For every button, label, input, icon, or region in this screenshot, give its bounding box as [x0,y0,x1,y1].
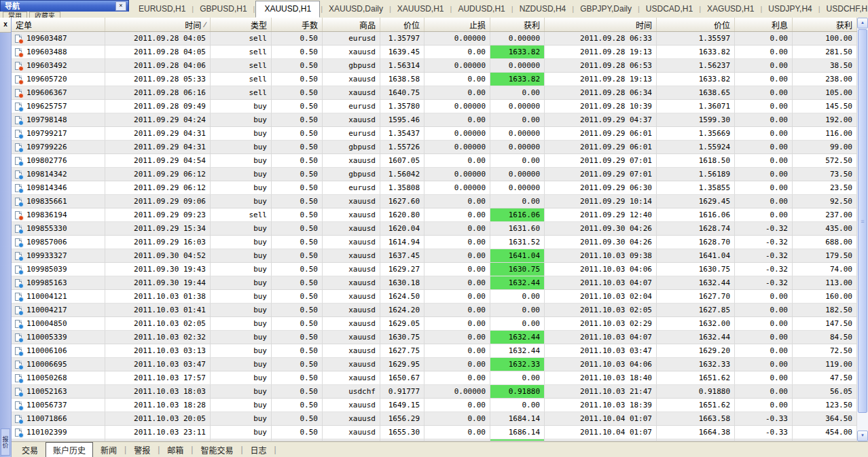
table-row[interactable]: 1096034922011.09.28 04:06sell0.50gbpusd1… [12,59,857,73]
table-row[interactable]: 1098027762011.09.29 04:54buy0.50xauusd16… [12,154,857,168]
column-header-take-profit[interactable]: 获利 [490,18,545,31]
table-row[interactable]: 1100042172011.10.03 01:41buy0.50xauusd16… [12,304,857,317]
column-header-type[interactable]: 类型 [211,18,272,31]
lots-cell: 0.50 [272,371,323,385]
table-row[interactable]: 1100066952011.10.03 03:47buy0.50xauusd16… [12,358,857,371]
chart-tab-xauusd-h1[interactable]: XAUUSD,H1 [255,1,320,18]
chart-tab-audusd-h1[interactable]: AUDUSD,H1 [452,2,510,16]
navigator-title-bar[interactable]: 导航 × [0,0,129,12]
chart-tab-xagusd-h1[interactable]: XAGUSD,H1 [702,2,759,16]
swap-cell: 0.00 [735,113,793,127]
scrollbar-thumb[interactable]: ≡ [858,29,867,413]
table-row[interactable]: 1098361942011.09.29 09:23sell0.50xauusd1… [12,208,857,222]
table-row[interactable]: 1100521632011.10.03 18:03buy0.50usdchf0.… [12,385,857,399]
close-price-cell: 1.56189 [657,168,735,181]
chart-tab-eurusd-h1[interactable]: EURUSD,H1 [133,2,191,16]
table-row[interactable]: 1097981482011.09.29 04:24buy0.50xauusd15… [12,113,857,127]
chart-tab-usdcad-h1[interactable]: USDCAD,H1 [640,2,698,16]
table-row[interactable]: 1100502682011.10.03 17:57buy0.50xauusd16… [12,371,857,385]
symbol-cell: gbpusd [323,141,380,154]
column-header-order[interactable]: 定单 [12,18,105,31]
chart-tab-usdjpy-h4[interactable]: USDJPY,H4 [763,2,817,16]
chart-tab-xauusd-daily[interactable]: XAUUSD,Daily [323,2,388,16]
terminal-tab--[interactable]: 账户历史 [46,442,93,457]
close-time-cell: 2011.09.30 04:26 [545,236,657,249]
table-row[interactable]: 1098143462011.09.29 06:12buy0.50eurusd1.… [12,181,857,195]
panel-close-button[interactable]: x [0,18,11,33]
chart-tab-gbpjpy-daily[interactable]: GBPJPY,Daily [575,2,637,16]
lots-cell: 0.50 [272,32,323,45]
order-doc-buy-icon [15,252,22,260]
table-row[interactable]: 1097992262011.09.29 04:31buy0.50gbpusd1.… [12,141,857,154]
scroll-down-icon[interactable]: ▼ [857,431,868,441]
profit-cell: 92.50 [793,195,857,208]
order-cell: 109835661 [12,195,105,208]
table-row[interactable]: 1096034872011.09.28 04:05sell0.50eurusd1… [12,32,857,45]
stop-loss-cell: 0.00 [424,426,490,439]
close-time-cell: 2011.10.03 21:47 [545,385,657,399]
terminal-tab--[interactable]: 邮箱 [162,443,189,457]
table-row[interactable]: 1099333272011.09.30 04:52buy0.50xauusd16… [12,249,857,263]
order-id: 110052163 [26,387,67,396]
table-row[interactable]: 1096057202011.09.28 05:33sell0.50xauusd1… [12,73,857,86]
open-price-cell: 1630.18 [380,276,424,290]
profit-cell: 47.50 [793,371,857,385]
close-price-cell: 1.35669 [657,127,735,141]
terminal-tab--[interactable]: 警报 [128,443,156,457]
open-time-cell: 2011.09.29 06:12 [105,181,211,195]
order-doc-buy-icon [15,170,22,179]
table-row[interactable]: 1099851632011.09.30 19:44buy0.50xauusd16… [12,276,857,290]
terminal-tab--[interactable]: 日志 [245,443,272,457]
symbol-cell: gbpusd [323,168,380,181]
table-row[interactable]: 1100061062011.10.03 03:13buy0.50xauusd16… [12,344,857,358]
order-cell: 109603487 [12,32,105,45]
chart-tab-gbpusd-h1[interactable]: GBPUSD,H1 [194,2,252,16]
type-cell: sell [211,208,272,222]
column-header-open-time[interactable]: 时间∕ [105,18,211,31]
column-header-close-price[interactable]: 价位 [657,18,735,31]
terminal-tab--[interactable]: 智能交易 [195,443,238,457]
table-row[interactable]: 1099850392011.09.30 19:43buy0.50xauusd16… [12,263,857,276]
close-price-cell: 1664.38 [657,426,735,439]
chart-tab-nzdusd-h4[interactable]: NZDUSD,H4 [514,2,572,16]
table-row[interactable]: 1100048502011.10.03 02:05buy0.50xauusd16… [12,317,857,331]
table-row[interactable]: 1100041212011.10.03 01:38buy0.50xauusd16… [12,290,857,304]
table-row[interactable]: 1098570062011.09.29 16:03buy0.50xauusd16… [12,236,857,249]
side-vertical-tab[interactable]: 报价 [1,428,10,456]
type-cell: buy [211,304,272,317]
profit-cell: 73.50 [793,168,857,181]
order-cell: 109605720 [12,73,105,86]
column-header-profit[interactable]: 获利 [793,18,857,31]
column-header-lots[interactable]: 手数 [272,18,323,31]
terminal-tab--[interactable]: 交易 [16,443,43,457]
table-row[interactable]: 1096034882011.09.28 04:05sell0.50xauusd1… [12,45,857,59]
column-header-open-price[interactable]: 价位 [380,18,424,31]
chart-tab-usdchf-h1[interactable]: USDCHF,H1 [821,2,868,16]
close-time-cell: 2011.10.04 01:07 [545,412,657,426]
order-doc-buy-icon [15,225,22,233]
table-row[interactable]: 1098553302011.09.29 15:34buy0.50xauusd16… [12,222,857,236]
table-row[interactable]: 1100718662011.10.03 20:05buy0.50xauusd16… [12,412,857,426]
navigator-close-icon[interactable]: × [115,1,126,11]
stop-loss-cell: 0.00000 [424,127,490,141]
column-header-stop-loss[interactable]: 止损 [424,18,490,31]
scroll-up-icon[interactable]: ▲ [857,18,868,29]
table-row[interactable]: 1096257572011.09.28 09:49buy0.50eurusd1.… [12,100,857,113]
table-row[interactable]: 1098143422011.09.29 06:12buy0.50gbpusd1.… [12,168,857,181]
column-header-close-time[interactable]: 时间 [545,18,657,31]
column-header-symbol[interactable]: 商品 [323,18,380,31]
table-row[interactable]: 1096063672011.09.28 06:16sell0.50xauusd1… [12,86,857,100]
table-row[interactable]: 1098356612011.09.29 09:06buy0.50xauusd16… [12,195,857,208]
profit-cell: 119.00 [793,358,857,371]
table-row[interactable]: 1101023992011.10.03 23:11buy0.50xauusd16… [12,426,857,439]
symbol-cell: xauusd [323,236,380,249]
table-row[interactable]: 1097992172011.09.29 04:31buy0.50eurusd1.… [12,127,857,141]
profit-cell: 364.50 [793,412,857,426]
vertical-scrollbar[interactable]: ▲ ≡ ▼ [857,18,868,441]
swap-cell: 0.00 [735,344,793,358]
table-row[interactable]: 1100053392011.10.03 02:32buy0.50xauusd16… [12,331,857,344]
column-header-swap[interactable]: 利息 [735,18,793,31]
table-row[interactable]: 1100567372011.10.03 18:28buy0.50xauusd16… [12,399,857,412]
chart-tab-xauusd-h1[interactable]: XAUUSD,H1 [392,2,450,16]
terminal-tab--[interactable]: 新闻 [95,443,122,457]
